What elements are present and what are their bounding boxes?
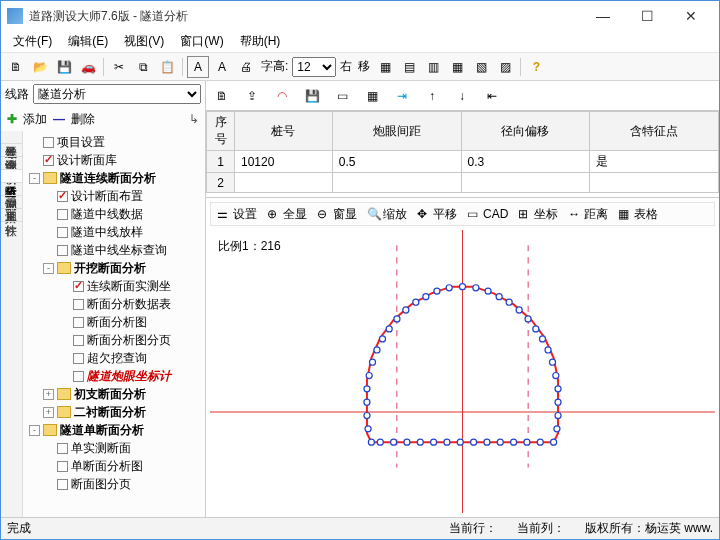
new-icon[interactable]: 🗎 (5, 56, 27, 78)
svg-point-37 (537, 439, 543, 445)
save-icon[interactable]: 💾 (53, 56, 75, 78)
svg-point-49 (377, 439, 383, 445)
svg-point-29 (545, 347, 551, 353)
grid4-icon[interactable]: ▦ (446, 56, 468, 78)
menu-window[interactable]: 窗口(W) (172, 31, 231, 52)
print-icon[interactable]: 🖨 (235, 56, 257, 78)
route-select[interactable]: 隧道分析 (33, 84, 201, 104)
grid3-icon[interactable]: ▥ (422, 56, 444, 78)
copy-icon[interactable]: ⧉ (132, 56, 154, 78)
tree-item-1[interactable]: 设计断面库 (25, 151, 205, 169)
grid2-icon[interactable]: ▤ (398, 56, 420, 78)
shift-label: 移 (356, 58, 372, 75)
menu-help[interactable]: 帮助(H) (232, 31, 289, 52)
add-label[interactable]: 添加 (23, 111, 47, 128)
vtab-4[interactable]: 局部测设 (1, 183, 22, 196)
save2-icon[interactable]: 💾 (302, 86, 322, 106)
menu-view[interactable]: 视图(V) (116, 31, 172, 52)
canvas-btn-CAD[interactable]: ▭CAD (465, 207, 510, 221)
grid6-icon[interactable]: ▨ (494, 56, 516, 78)
tree-item-7[interactable]: -开挖断面分析 (25, 259, 205, 277)
tree-item-3[interactable]: 设计断面布置 (25, 187, 205, 205)
font-a-icon[interactable]: A (187, 56, 209, 78)
plot[interactable]: 比例1：216 (210, 230, 715, 513)
tree-item-4[interactable]: 隧道中线数据 (25, 205, 205, 223)
car-icon[interactable]: 🚗 (77, 56, 99, 78)
vtab-6[interactable]: 软件 (1, 209, 22, 222)
calc-icon[interactable]: ▭ (332, 86, 352, 106)
svg-point-13 (386, 326, 392, 332)
up-icon[interactable]: ↑ (422, 86, 442, 106)
svg-point-19 (446, 285, 452, 291)
expand-icon[interactable]: ↳ (189, 112, 199, 126)
tree-item-14[interactable]: +初支断面分析 (25, 385, 205, 403)
paste-icon[interactable]: 📋 (156, 56, 178, 78)
section-icon[interactable]: ◠ (272, 86, 292, 106)
grid5-icon[interactable]: ▧ (470, 56, 492, 78)
vtab-1[interactable]: 全线测设 (1, 144, 22, 157)
delete-icon[interactable]: — (53, 112, 65, 126)
svg-point-7 (364, 399, 370, 405)
home-icon[interactable]: ⇤ (482, 86, 502, 106)
tree-item-2[interactable]: -隧道连续断面分析 (25, 169, 205, 187)
tree-item-13[interactable]: 隧道炮眼坐标计 (25, 367, 205, 385)
canvas-btn-窗显[interactable]: ⊖窗显 (315, 206, 359, 223)
data-table[interactable]: 序号桩号炮眼间距径向偏移含特征点1101200.50.3是2 (206, 111, 719, 193)
svg-point-6 (364, 413, 370, 419)
add-icon[interactable]: ✚ (7, 112, 17, 126)
canvas-btn-设置[interactable]: ⚌设置 (215, 206, 259, 223)
menu-file[interactable]: 文件(F) (5, 31, 60, 52)
status-row: 当前行： (449, 520, 497, 537)
svg-point-18 (434, 288, 440, 294)
doc-icon[interactable]: 🗎 (212, 86, 232, 106)
font-size-select[interactable]: 12 (292, 57, 336, 77)
tree-item-17[interactable]: 单实测断面 (25, 439, 205, 457)
maximize-button[interactable]: ☐ (625, 2, 669, 30)
status-done: 完成 (7, 520, 31, 537)
clear-icon[interactable]: ⇥ (392, 86, 412, 106)
svg-point-45 (431, 439, 437, 445)
canvas-btn-平移[interactable]: ✥平移 (415, 206, 459, 223)
tree-item-9[interactable]: 断面分析数据表 (25, 295, 205, 313)
down-icon[interactable]: ↓ (452, 86, 472, 106)
tree-item-19[interactable]: 断面图分页 (25, 475, 205, 493)
tree-item-6[interactable]: 隧道中线坐标查询 (25, 241, 205, 259)
svg-point-34 (555, 413, 561, 419)
vtab-5[interactable]: 常用工具 (1, 196, 22, 209)
minimize-button[interactable]: — (581, 2, 625, 30)
svg-point-32 (555, 386, 561, 392)
canvas-btn-坐标[interactable]: ⊞坐标 (516, 206, 560, 223)
cut-icon[interactable]: ✂ (108, 56, 130, 78)
svg-point-12 (379, 336, 385, 342)
help-icon[interactable]: ? (525, 56, 547, 78)
canvas-btn-全显[interactable]: ⊕全显 (265, 206, 309, 223)
tree-item-11[interactable]: 断面分析图分页 (25, 331, 205, 349)
open-icon[interactable]: 📂 (29, 56, 51, 78)
table-icon[interactable]: ▦ (362, 86, 382, 106)
tree-item-5[interactable]: 隧道中线放样 (25, 223, 205, 241)
font-b-icon[interactable]: A (211, 56, 233, 78)
grid1-icon[interactable]: ▦ (374, 56, 396, 78)
vtab-2[interactable]: 横断工程 (1, 157, 22, 170)
project-tree[interactable]: 项目设置设计断面库-隧道连续断面分析设计断面布置隧道中线数据隧道中线放样隧道中线… (23, 131, 205, 517)
canvas-btn-表格[interactable]: ▦表格 (616, 206, 660, 223)
vtab-3[interactable]: 隧道分析 (1, 170, 22, 183)
svg-point-40 (497, 439, 503, 445)
export-icon[interactable]: ⇪ (242, 86, 262, 106)
tree-item-12[interactable]: 超欠挖查询 (25, 349, 205, 367)
canvas-btn-距离[interactable]: ↔距离 (566, 206, 610, 223)
tree-item-8[interactable]: 连续断面实测坐 (25, 277, 205, 295)
vtab-0[interactable]: 导线平差 (1, 131, 22, 144)
svg-point-46 (417, 439, 423, 445)
svg-point-24 (506, 299, 512, 305)
route-label: 线路 (5, 86, 29, 103)
tree-item-10[interactable]: 断面分析图 (25, 313, 205, 331)
close-button[interactable]: ✕ (669, 2, 713, 30)
tree-item-18[interactable]: 单断面分析图 (25, 457, 205, 475)
tree-item-16[interactable]: -隧道单断面分析 (25, 421, 205, 439)
tree-item-0[interactable]: 项目设置 (25, 133, 205, 151)
delete-label[interactable]: 删除 (71, 111, 95, 128)
canvas-btn-缩放[interactable]: 🔍缩放 (365, 206, 409, 223)
tree-item-15[interactable]: +二衬断面分析 (25, 403, 205, 421)
menu-edit[interactable]: 编辑(E) (60, 31, 116, 52)
